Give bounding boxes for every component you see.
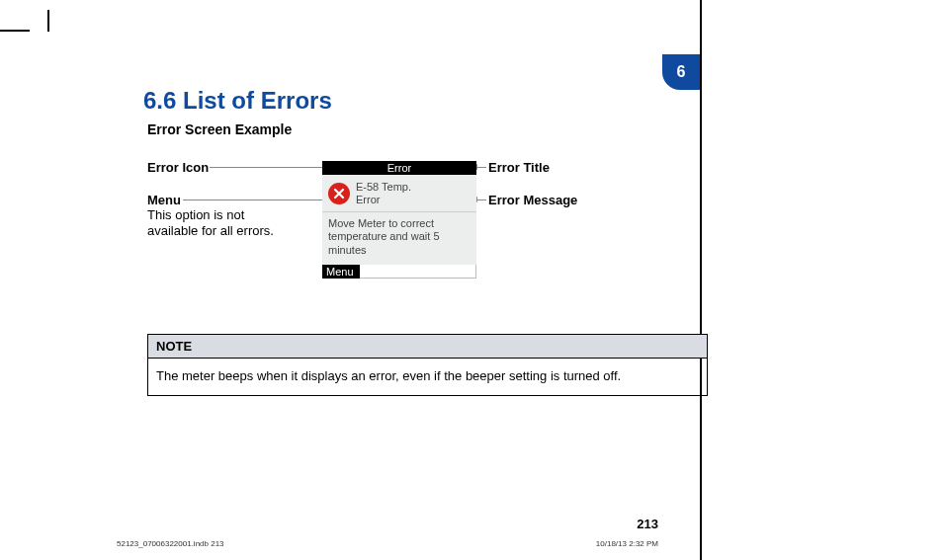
leader-line (476, 200, 486, 200)
page: 6 6.6 List of Errors Error Screen Exampl… (49, 0, 700, 560)
leader-line (210, 167, 324, 168)
device-error-line: E-58 Temp. (356, 181, 411, 194)
device-error-row: E-58 Temp. Error (322, 175, 476, 212)
section-heading: 6.6 List of Errors (143, 87, 332, 115)
note-label: NOTE (148, 335, 707, 359)
device-body-text: Move Meter to correct temperature and wa… (322, 212, 476, 265)
footer-datetime: 10/18/13 2:32 PM (596, 539, 658, 548)
footer-filename: 52123_07006322001.indb 213 (117, 539, 224, 548)
callout-error-message: Error Message (488, 193, 577, 207)
crop-rule-right (700, 0, 702, 560)
device-titlebar: Error (322, 161, 476, 175)
chapter-tab: 6 (662, 54, 700, 90)
callout-label: Error Title (488, 160, 550, 175)
note-body: The meter beeps when it displays an erro… (148, 359, 707, 395)
crop-mark (0, 30, 30, 32)
note-box: NOTE The meter beeps when it displays an… (147, 334, 708, 396)
callout-label: Error Message (488, 193, 577, 207)
callout-error-icon: Error Icon (147, 160, 209, 175)
device-error-line: Error (356, 194, 411, 206)
leader-line (183, 200, 322, 200)
callout-text: This option is not available for all err… (147, 207, 296, 240)
device-error-message: E-58 Temp. Error (356, 181, 411, 205)
page-number: 213 (637, 517, 658, 531)
callout-error-title: Error Title (488, 160, 550, 175)
section-subheading: Error Screen Example (147, 121, 292, 137)
device-screenshot: Error E-58 Temp. Error Move Meter to cor… (322, 161, 476, 279)
error-x-icon (328, 183, 350, 204)
device-menu-softkey: Menu (322, 265, 360, 279)
leader-line (476, 167, 486, 168)
callout-label: Error Icon (147, 160, 209, 175)
